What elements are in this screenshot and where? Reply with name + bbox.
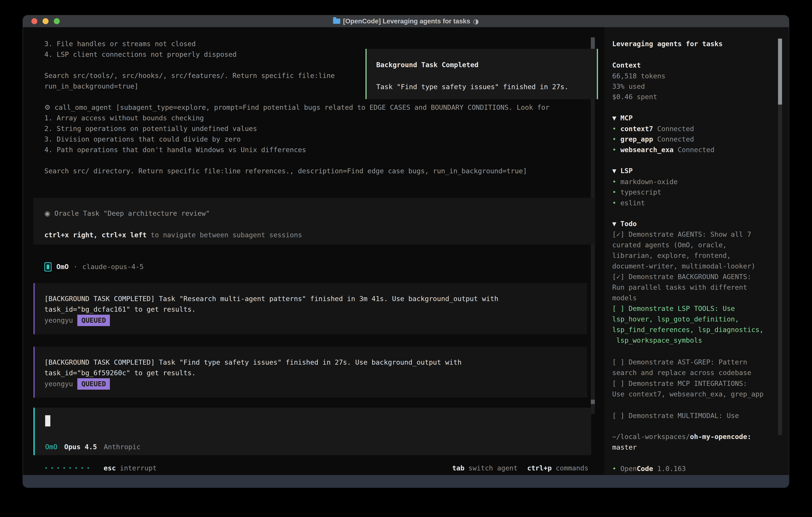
oracle-task-panel: ◉ Oracle Task "Deep architecture review"… [33, 198, 595, 245]
titlebar[interactable]: [OpenCode] Leveraging agents for tasks ◑ [23, 16, 789, 27]
window-bottom-bar [23, 475, 789, 487]
oracle-title-line: ◉ Oracle Task "Deep architecture review" [45, 208, 210, 219]
tool-call-line: Search src/ directory. Return specific f… [45, 166, 527, 176]
task-meta: yeongyuQUEUED [45, 378, 110, 390]
status-dot-icon: • [612, 199, 616, 207]
tool-call-line: 1. Array access without bounds checking [45, 113, 204, 124]
scrollback-line: Search src/tools/, src/hooks/, src/featu… [45, 71, 335, 81]
background-task-card: [BACKGROUND TASK COMPLETED] Task "Resear… [33, 283, 587, 334]
mcp-item: • grep_app Connected [612, 134, 694, 144]
agent-separator: · [73, 262, 77, 272]
todo-line: [ ] Demonstrate MULTIMODAL: Use [612, 410, 739, 421]
queued-badge: QUEUED [77, 315, 110, 326]
todo-line: curated agents (OmO, oracle, [612, 240, 727, 250]
tool-call-line: 3. Division operations that could divide… [45, 134, 241, 144]
input-footer: OmO Opus 4.5 Anthropic [45, 442, 141, 452]
workspace-branch: master [612, 442, 637, 453]
session-title: Leveraging agents for tasks [612, 38, 723, 49]
lsp-item: • typescript [612, 187, 661, 197]
scrollback-line: 4. LSP client connections not properly d… [45, 49, 237, 60]
window-title: [OpenCode] Leveraging agents for tasks [343, 18, 470, 25]
todo-line: search and replace across codebase [612, 368, 751, 378]
agent-model: claude-opus-4-5 [82, 262, 144, 272]
scrollback-line: 3. File handles or streams not closed [45, 38, 196, 49]
folder-icon [333, 19, 340, 24]
mcp-section-header[interactable]: ▼ MCP [612, 113, 633, 124]
oracle-icon: ◉ [45, 209, 50, 217]
main-scrollbar-thumb[interactable] [591, 37, 595, 49]
tool-call-line: 4. Path operations that don't handle Win… [45, 144, 306, 155]
input-agent-name: OmO [45, 442, 57, 452]
task-line: task_id="bg_6f59260c" to get results. [45, 368, 196, 378]
ctrlp-key-hint: ctrl+p [527, 463, 552, 473]
spinner-dots-icon: •••••••• [45, 463, 92, 473]
task-line: [BACKGROUND TASK COMPLETED] Task "Find t… [45, 357, 462, 368]
text-cursor [45, 415, 50, 427]
tool-call-line: ⚙ call_omo_agent [subagent_type=explore,… [45, 102, 549, 113]
status-dot-icon: • [612, 465, 616, 472]
status-dot-icon: • [612, 188, 616, 196]
todo-line: librarian, explore, frontend, [612, 250, 731, 261]
task-line: [BACKGROUND TASK COMPLETED] Task "Resear… [45, 294, 498, 304]
version-line: • OpenCode 1.0.163 [612, 463, 686, 474]
lsp-section-header[interactable]: ▼ LSP [612, 166, 633, 176]
toast-body: Task "Find type safety issues" finished … [376, 82, 569, 92]
input-provider: Anthropic [104, 442, 141, 452]
todo-line: document-writer, multimodal-looker) [612, 261, 755, 272]
todo-line: [ ] Demonstrate AST-GREP: Pattern [612, 357, 747, 368]
queued-badge: QUEUED [77, 378, 110, 390]
todo-line: Run parallel tasks with different [612, 282, 747, 293]
todo-line: [✓] Demonstrate BACKGROUND AGENTS: [612, 272, 751, 282]
session-sidebar: Leveraging agents for tasks Context 66,5… [604, 27, 789, 475]
context-tokens: 66,518 tokens [612, 71, 665, 81]
todo-line-active: lsp_workspace_symbols [612, 335, 702, 346]
minimize-window-icon[interactable] [42, 18, 49, 24]
toast-title: Background Task Completed [376, 60, 478, 70]
tool-call-line: 2. String operations on potentially unde… [45, 124, 257, 134]
context-used: 33% used [612, 81, 645, 92]
todo-line: [ ] Demonstrate MCP INTEGRATIONS: [612, 378, 747, 389]
lsp-item: • markdown-oxide [612, 176, 678, 187]
mcp-item: • websearch_exa Connected [612, 144, 715, 155]
todo-section-header[interactable]: ▼ Todo [612, 219, 637, 229]
oracle-hint-line: ctrl+x right, ctrl+x left to navigate be… [45, 230, 302, 240]
task-user: yeongyu [45, 380, 73, 388]
todo-line: models [612, 293, 637, 303]
close-window-icon[interactable] [31, 18, 37, 24]
main-scrollbar-cap[interactable] [591, 400, 595, 404]
status-dot-icon: • [612, 178, 616, 186]
terminal-main-pane: 3. File handles or streams not closed 4.… [23, 27, 604, 475]
app-window: [OpenCode] Leveraging agents for tasks ◑… [23, 15, 789, 488]
agent-name: OmO [56, 262, 68, 272]
input-model: Opus 4.5 [64, 442, 97, 452]
prompt-input[interactable]: OmO Opus 4.5 Anthropic [33, 408, 591, 455]
tab-key-label: switch agent [468, 463, 518, 473]
maximize-window-icon[interactable] [54, 18, 60, 24]
background-task-toast: Background Task Completed Task "Find typ… [366, 49, 598, 99]
gear-icon: ⚙ [45, 103, 50, 111]
mcp-item: • context7 Connected [612, 124, 694, 134]
sidebar-scrollbar-thumb[interactable] [778, 38, 782, 105]
todo-line-active: [ ] Demonstrate LSP TOOLS: Use [612, 303, 735, 314]
task-meta: yeongyuQUEUED [45, 315, 110, 326]
workspace-path: ~/local-workspaces/oh-my-opencode: [612, 431, 751, 442]
lsp-item: • eslint [612, 198, 645, 208]
task-line: task_id="bg_dcfac161" to get results. [45, 304, 196, 315]
tab-key-hint: tab [452, 463, 464, 473]
context-heading: Context [612, 60, 641, 71]
esc-key-label: interrupt [120, 463, 157, 473]
status-dot-icon: • [612, 125, 616, 133]
ctrlp-key-label: commands [556, 463, 588, 473]
todo-line-active: lsp_find_references, lsp_diagnostics, [612, 324, 763, 335]
status-dot-icon: • [612, 135, 616, 143]
omo-agent-icon [45, 262, 52, 272]
agent-header: OmO · claude-opus-4-5 [45, 262, 144, 272]
task-user: yeongyu [45, 316, 73, 324]
status-bar: •••••••• esc interrupt tab switch agent … [45, 463, 588, 473]
context-spent: $0.46 spent [612, 91, 657, 102]
todo-line: [✓] Demonstrate AGENTS: Show all 7 [612, 229, 751, 240]
traffic-lights [31, 18, 60, 24]
half-moon-icon: ◑ [473, 18, 479, 25]
background-task-card: [BACKGROUND TASK COMPLETED] Task "Find t… [33, 347, 587, 398]
todo-line: Use context7, websearch_exa, grep_app [612, 389, 763, 400]
